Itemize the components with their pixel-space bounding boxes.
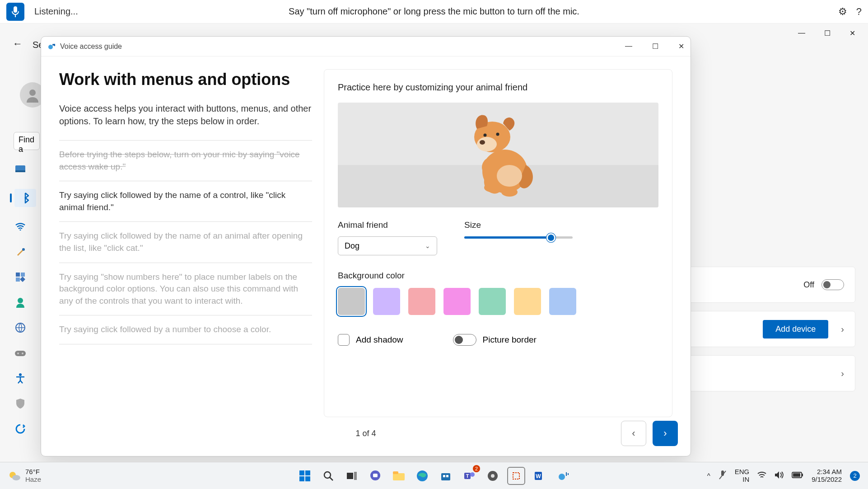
sidebar-time-language-icon[interactable] [14,322,26,334]
svg-point-22 [501,188,518,197]
weather-icon [8,470,21,482]
task-view-button[interactable] [344,468,360,484]
color-swatch[interactable] [549,288,576,315]
toggle-label: Off [803,280,814,290]
sidebar-system-icon[interactable] [14,164,26,175]
size-label: Size [464,220,658,230]
practice-heading: Practice here by customizing your animal… [338,82,658,93]
svg-rect-52 [513,473,519,479]
picture-border-label: Picture border [483,335,537,345]
settings-app-button[interactable] [485,468,501,484]
microphone-button[interactable] [6,3,24,21]
size-slider[interactable] [464,236,573,239]
voice-access-app-button[interactable] [555,468,571,484]
sidebar-update-icon[interactable] [14,423,26,435]
svg-text:T: T [466,473,469,479]
guide-minimize-icon[interactable]: — [625,42,632,51]
color-swatch[interactable] [514,288,541,315]
svg-text:W: W [536,473,541,480]
sidebar-gaming-icon[interactable] [14,347,26,359]
chat-button[interactable] [367,468,383,484]
guide-steps-list: Before trying the steps below, turn on y… [59,140,312,344]
taskbar: 76°F Haze T W ^ ENG IN 2:34 AM 9/15/2022… [0,462,868,489]
animal-friend-value: Dog [345,241,359,251]
minimize-icon[interactable]: — [798,29,805,38]
svg-marker-10 [20,277,25,282]
guide-window-title: Voice access guide [60,42,122,51]
edge-button[interactable] [414,468,430,484]
add-device-button[interactable]: Add device [763,320,828,339]
picture-border-toggle[interactable] [453,334,476,346]
pager-text: 1 of 4 [355,429,376,438]
svg-rect-7 [16,273,20,277]
teams-button[interactable]: T [461,468,477,484]
svg-rect-9 [16,277,20,282]
battery-icon[interactable] [792,472,803,480]
svg-point-16 [19,373,22,376]
chevron-left-icon: ‹ [632,428,635,439]
animal-friend-select[interactable]: Dog ⌄ [338,236,437,255]
svg-rect-33 [299,476,304,481]
tray-overflow-icon[interactable]: ^ [707,472,710,480]
svg-rect-40 [373,474,378,477]
wifi-icon[interactable] [757,471,766,480]
sidebar-apps-icon[interactable] [14,271,26,283]
sidebar-personalization-icon[interactable] [14,246,26,258]
bluetooth-toggle[interactable] [821,279,844,290]
weather-widget[interactable]: 76°F Haze [8,468,41,483]
svg-rect-44 [441,473,450,480]
slider-thumb[interactable] [546,233,555,242]
svg-marker-60 [775,471,779,479]
start-button[interactable] [297,468,313,484]
clock[interactable]: 2:34 AM 9/15/2022 [812,468,842,483]
close-icon[interactable]: ✕ [849,29,855,38]
chevron-right-icon: › [841,324,844,334]
guide-close-icon[interactable]: ✕ [678,42,684,51]
snipping-tool-button[interactable] [508,468,524,484]
settings-sidebar [14,164,36,435]
file-explorer-button[interactable] [391,468,407,484]
color-swatch[interactable] [443,288,471,315]
animal-friend-label: Animal friend [338,220,437,230]
word-button[interactable]: W [532,468,548,484]
find-setting-input[interactable]: Find a [14,132,40,150]
prev-button[interactable]: ‹ [621,421,646,446]
color-swatch[interactable] [479,288,506,315]
svg-rect-42 [393,471,398,474]
color-swatch[interactable] [408,288,435,315]
sidebar-bluetooth-icon[interactable] [14,189,36,207]
weather-desc: Haze [25,476,41,484]
maximize-icon[interactable]: ☐ [824,29,831,38]
next-button[interactable]: › [653,421,678,446]
back-button[interactable]: ← [13,38,23,50]
guide-step: Try saying "show numbers here" to place … [59,263,312,316]
voice-help-icon[interactable]: ? [856,6,862,18]
add-shadow-checkbox[interactable] [338,334,350,346]
microphone-icon [11,6,20,18]
sidebar-accessibility-icon[interactable] [14,372,26,384]
guide-title-bar: Voice access guide — ☐ ✕ [41,37,691,56]
mic-muted-icon[interactable] [719,470,727,481]
svg-point-26 [484,134,487,137]
chevron-right-icon: › [663,428,667,439]
sidebar-accounts-icon[interactable] [14,296,26,308]
language-indicator[interactable]: ENG IN [735,468,750,483]
svg-point-5 [20,230,21,231]
svg-point-2 [29,89,36,96]
color-swatch[interactable] [373,288,400,315]
notification-badge[interactable]: 2 [850,471,860,481]
search-button[interactable] [320,468,336,484]
svg-rect-31 [299,470,304,475]
voice-settings-icon[interactable]: ⚙ [838,6,847,18]
sidebar-privacy-icon[interactable] [14,398,26,409]
svg-rect-62 [802,474,803,476]
sidebar-network-icon[interactable] [14,221,26,232]
store-button[interactable] [438,468,454,484]
color-swatch[interactable] [338,288,365,315]
guide-maximize-icon[interactable]: ☐ [652,42,658,51]
volume-icon[interactable] [775,471,784,480]
svg-rect-41 [393,473,405,480]
weather-temp: 76°F [25,468,41,476]
svg-point-18 [52,44,54,46]
svg-point-21 [484,183,499,192]
